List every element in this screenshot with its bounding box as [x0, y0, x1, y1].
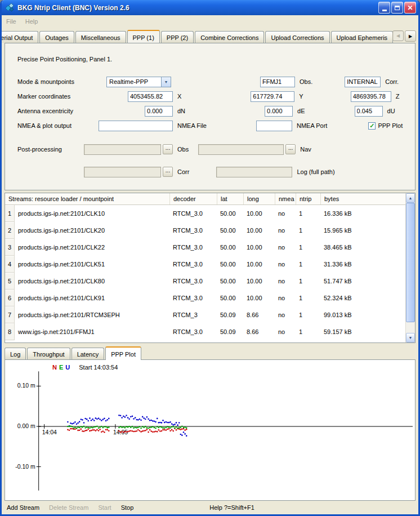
checkbox-check-icon: ✓ — [369, 123, 374, 129]
menu-file[interactable]: File — [6, 18, 16, 25]
row-marker: Marker coordinates X Y Z — [5, 91, 415, 102]
tab-upload-corrections[interactable]: Upload Corrections — [265, 31, 329, 43]
marker-y-label: Y — [299, 93, 303, 100]
tab-throughput[interactable]: Throughput — [27, 348, 70, 359]
post-log-field — [216, 167, 292, 177]
antenna-de-label: dE — [297, 108, 305, 114]
cell-lat: 50.09 — [217, 323, 243, 340]
header-decoder[interactable]: decoder — [169, 193, 217, 204]
svg-text:0.10 m: 0.10 m — [17, 382, 35, 389]
cell-nmea: no — [275, 323, 296, 340]
browse-obs-button[interactable]: ... — [163, 144, 173, 154]
scroll-down-icon[interactable]: ▼ — [406, 333, 415, 342]
svg-text:-0.10 m: -0.10 m — [15, 462, 35, 469]
cell-mountpoint: products.igs-ip.net:2101/CLK91 — [15, 290, 169, 306]
ppp-plot-checkbox[interactable]: ✓ — [368, 122, 376, 130]
cell-num[interactable]: 5 — [5, 273, 15, 290]
tab-combine-corrections[interactable]: Combine Corrections — [195, 31, 264, 43]
post-obs-field — [84, 144, 161, 155]
window-title: BKG Ntrip Client (BNC) Version 2.6 — [17, 4, 378, 12]
table-header[interactable]: Streams: resource loader / mountpoint de… — [5, 193, 415, 205]
close-button[interactable]: ✕ — [404, 2, 416, 14]
cell-nmea: no — [275, 273, 296, 290]
cell-lat: 50.00 — [217, 222, 243, 239]
maximize-button[interactable] — [391, 2, 403, 14]
scrollbar-thumb[interactable] — [406, 203, 415, 322]
tab-scroll-left-icon[interactable]: ◀ — [392, 30, 404, 41]
tab-ppp-plot[interactable]: PPP Plot — [105, 346, 141, 360]
cell-num[interactable]: 3 — [5, 239, 15, 256]
cell-num[interactable]: 7 — [5, 306, 15, 323]
nmea-port-label: NMEA Port — [297, 122, 327, 129]
cell-ntrip: 1 — [296, 290, 320, 306]
antenna-du-field[interactable] — [355, 106, 383, 117]
tab-outages[interactable]: Outages — [39, 31, 74, 43]
cell-bytes: 15.965 kB — [320, 222, 405, 239]
start-button: Start — [98, 504, 111, 511]
nmea-port-field[interactable] — [256, 121, 292, 131]
marker-z-field[interactable] — [351, 91, 391, 102]
cell-mountpoint: products.igs-ip.net:2101/CLK80 — [15, 273, 169, 290]
tab-ppp-2[interactable]: PPP (2) — [161, 31, 194, 43]
main-tabbar: Serial OutputOutagesMiscellaneousPPP (1)… — [2, 27, 418, 43]
header-lat[interactable]: lat — [217, 193, 243, 204]
antenna-de-field[interactable] — [265, 106, 293, 117]
table-row[interactable]: 2products.igs-ip.net:2101/CLK20RTCM_3.05… — [5, 222, 415, 239]
tab-ppp-1[interactable]: PPP (1) — [127, 30, 160, 43]
cell-mountpoint: products.igs-ip.net:2101/CLK51 — [15, 256, 169, 273]
menu-help[interactable]: Help — [25, 18, 38, 25]
antenna-dn-field[interactable] — [145, 106, 173, 117]
ppp-plot-pane: NEU Start 14:03:54 0.10 m 0.00 m -0.10 m… — [5, 359, 415, 501]
header-bytes[interactable]: bytes — [320, 193, 405, 204]
table-row[interactable]: 6products.igs-ip.net:2101/CLK91RTCM_3.05… — [5, 290, 415, 306]
marker-y-field[interactable] — [251, 91, 294, 102]
table-row[interactable]: 8www.igs-ip.net:2101/FFMJ1RTCM_3.050.098… — [5, 323, 415, 340]
minimize-button[interactable] — [378, 2, 390, 14]
table-row[interactable]: 3products.igs-ip.net:2101/CLK22RTCM_3.05… — [5, 239, 415, 256]
cell-long: 10.00 — [243, 273, 275, 290]
table-row[interactable]: 5products.igs-ip.net:2101/CLK80RTCM_3.05… — [5, 273, 415, 290]
mode-select[interactable]: Realtime-PPP ▼ — [106, 77, 171, 87]
cell-lat: 50.00 — [217, 239, 243, 256]
browse-corr-button[interactable]: ... — [163, 167, 173, 177]
tab-scroll-right-icon[interactable]: ▶ — [405, 30, 416, 42]
table-row[interactable]: 1products.igs-ip.net:2101/CLK10RTCM_3.05… — [5, 205, 415, 222]
tab-serial-output[interactable]: Serial Output — [2, 31, 38, 43]
antenna-du-label: dU — [387, 108, 395, 114]
table-row[interactable]: 7products.igs-ip.net:2101/RTCM3EPHRTCM_3… — [5, 306, 415, 323]
cell-long: 10.00 — [243, 239, 275, 256]
tab-miscellaneous[interactable]: Miscellaneous — [75, 31, 126, 43]
stop-button[interactable]: Stop — [121, 504, 134, 511]
post-log-label: Log (full path) — [297, 168, 334, 175]
cell-nmea: no — [275, 239, 296, 256]
table-scrollbar[interactable]: ▲ ▼ — [405, 193, 415, 342]
header-mountpoint[interactable]: Streams: resource loader / mountpoint — [5, 193, 169, 204]
cell-bytes: 31.336 kB — [320, 256, 405, 273]
tab-upload-ephemeris[interactable]: Upload Ephemeris — [331, 31, 394, 43]
header-long[interactable]: long — [243, 193, 275, 204]
bottom-tabbar: LogThroughputLatencyPPP Plot — [5, 346, 415, 359]
cell-num[interactable]: 4 — [5, 256, 15, 273]
row-antenna: Antenna excentricity dN dE dU — [5, 105, 415, 117]
add-stream-button[interactable]: Add Stream — [7, 504, 39, 511]
cell-num[interactable]: 6 — [5, 290, 15, 306]
header-ntrip[interactable]: ntrip — [296, 193, 320, 204]
tab-latency[interactable]: Latency — [72, 348, 105, 359]
table-row[interactable]: 4products.igs-ip.net:2101/CLK51RTCM_3.05… — [5, 256, 415, 273]
cell-num[interactable]: 2 — [5, 222, 15, 239]
cell-decoder: RTCM_3.0 — [169, 205, 217, 222]
corr-mountpoint-field[interactable] — [345, 77, 381, 87]
post-nav-label: Nav — [300, 146, 311, 153]
cell-mountpoint: products.igs-ip.net:2101/CLK22 — [15, 239, 169, 256]
browse-nav-button[interactable]: ... — [285, 144, 296, 154]
obs-mountpoint-field[interactable] — [260, 77, 295, 87]
header-nmea[interactable]: nmea — [275, 193, 296, 204]
titlebar[interactable]: BKG Ntrip Client (BNC) Version 2.6 ✕ — [2, 0, 418, 15]
nmea-file-field[interactable] — [99, 121, 173, 131]
cell-num[interactable]: 1 — [5, 205, 15, 222]
scroll-up-icon[interactable]: ▲ — [406, 193, 415, 203]
cell-num[interactable]: 8 — [5, 323, 15, 340]
marker-x-field[interactable] — [128, 91, 173, 102]
cell-lat: 50.00 — [217, 273, 243, 290]
tab-log[interactable]: Log — [5, 348, 26, 359]
